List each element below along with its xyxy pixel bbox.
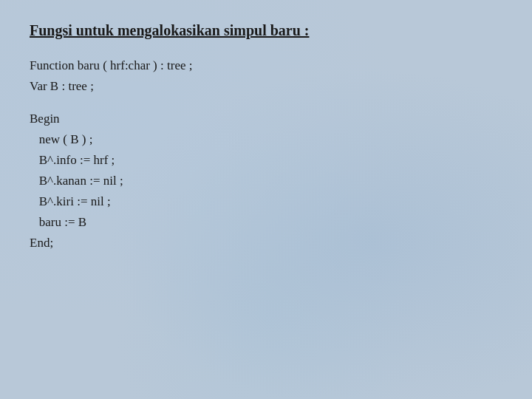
code-spacer [30,97,502,109]
code-line: baru := B [30,212,502,233]
code-line: B^.kiri := nil ; [30,191,502,212]
code-line: new ( B ) ; [30,129,502,150]
code-line: B^.info := hrf ; [30,150,502,171]
code-line: Begin [30,109,502,129]
code-block: Function baru ( hrf:char ) : tree ;Var B… [30,55,502,253]
content-area: Fungsi untuk mengalokasikan simpul baru … [30,22,502,253]
code-line: Var B : tree ; [30,76,502,97]
code-line: End; [30,233,502,253]
code-line: Function baru ( hrf:char ) : tree ; [30,55,502,76]
code-line: B^.kanan := nil ; [30,171,502,191]
page-heading: Fungsi untuk mengalokasikan simpul baru … [30,22,502,39]
